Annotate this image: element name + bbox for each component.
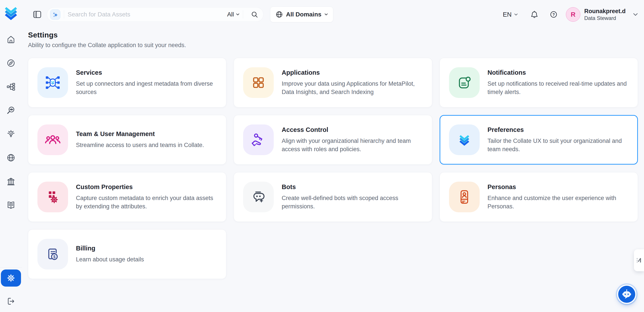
sidebar-divider: [0, 267, 22, 268]
settings-card-applications[interactable]: Applications Improve your data using App…: [234, 58, 432, 107]
top-bar: All All Domains EN: [22, 0, 638, 29]
card-description: Improve your data using Applications for…: [282, 80, 426, 96]
card-description: Streamline access to users and teams in …: [76, 141, 220, 149]
language-label: EN: [503, 11, 512, 18]
chevron-down-icon: [514, 13, 518, 16]
settings-card-notifications[interactable]: Notifications Set up notifications to re…: [440, 58, 638, 107]
all-domains-label: All Domains: [286, 11, 322, 18]
side-peek-partial-icon: [636, 257, 643, 264]
preferences-collate-icon: [456, 132, 472, 148]
panel-toggle-icon[interactable]: [33, 10, 42, 19]
bots-robot-icon: [250, 189, 266, 205]
search-input[interactable]: [68, 11, 227, 18]
services-tile: [38, 67, 68, 98]
page-title: Settings: [28, 31, 638, 39]
card-description: Enhance and customize the user experienc…: [488, 194, 632, 211]
access-tile: [243, 124, 274, 155]
chevron-down-icon: [324, 13, 328, 16]
applications-tile: [243, 67, 274, 98]
card-title: Access Control: [282, 126, 426, 133]
card-title: Personas: [488, 183, 632, 191]
card-title: Team & User Management: [76, 130, 220, 138]
custom-properties-gear-icon: [45, 189, 60, 205]
card-title: Notifications: [488, 69, 632, 76]
settings-card-preferences[interactable]: Preferences Tailor the Collate UX to sui…: [440, 115, 638, 165]
observability-icon[interactable]: [6, 106, 16, 115]
chat-bot-icon: [620, 288, 633, 300]
access-key-hand-icon: [250, 132, 266, 148]
card-description: Capture custom metadata to enrich your d…: [76, 194, 220, 211]
card-title: Applications: [282, 69, 426, 76]
user-info[interactable]: Rounakpreet.d Data Steward: [584, 8, 626, 21]
card-description: Set up notifications to received real-ti…: [488, 80, 632, 96]
page-subtitle: Ability to configure the Collate applica…: [28, 42, 638, 49]
gear-icon: [6, 273, 16, 283]
avatar-initial: R: [571, 11, 576, 18]
glossary-book-icon[interactable]: [6, 200, 16, 210]
all-domains-button[interactable]: All Domains: [270, 7, 333, 22]
insights-bulb-icon[interactable]: [6, 129, 16, 139]
settings-cards-grid: Services Set up connectors and ingest me…: [28, 58, 638, 279]
logout-icon[interactable]: [6, 296, 16, 306]
billing-tile: $: [38, 239, 68, 269]
language-dropdown[interactable]: EN: [503, 11, 518, 18]
main-area: All All Domains EN: [22, 0, 644, 279]
home-icon[interactable]: [6, 35, 16, 44]
services-connectors-icon: [44, 74, 61, 91]
lineage-flow-icon[interactable]: [6, 82, 16, 92]
card-title: Bots: [282, 183, 426, 191]
explore-compass-icon[interactable]: [6, 58, 16, 68]
user-avatar[interactable]: R: [566, 7, 580, 22]
notifications-note-icon: [456, 75, 472, 90]
personas-tile: [449, 182, 480, 212]
chevron-down-icon: [236, 13, 240, 16]
settings-card-team-user-management[interactable]: Team & User Management Streamline access…: [28, 115, 226, 165]
card-title: Services: [76, 69, 220, 76]
search-scope-dropdown[interactable]: All: [227, 11, 240, 18]
side-peek-widget[interactable]: [634, 249, 644, 271]
user-menu-chevron-icon[interactable]: [633, 13, 638, 16]
team-users-icon: [45, 132, 61, 148]
left-sidebar: [0, 0, 22, 312]
collate-logo[interactable]: [2, 4, 20, 22]
svg-text:$: $: [53, 255, 55, 259]
search-scope-label: All: [227, 11, 234, 18]
sidebar-item-settings-active[interactable]: [1, 269, 21, 286]
settings-card-billing[interactable]: $ Billing Learn about usage details: [28, 229, 226, 279]
card-title: Billing: [76, 245, 220, 252]
settings-card-bots[interactable]: Bots Create well-defined bots with scope…: [234, 172, 432, 222]
custom-properties-tile: [38, 182, 68, 212]
bell-icon[interactable]: [530, 10, 539, 19]
preferences-tile: [449, 124, 480, 155]
billing-receipt-icon: $: [45, 246, 60, 262]
help-icon[interactable]: ?: [549, 10, 558, 19]
settings-card-personas[interactable]: Personas Enhance and customize the user …: [440, 172, 638, 222]
govern-bank-icon[interactable]: [6, 177, 16, 186]
svg-text:?: ?: [552, 13, 555, 17]
global-search-bar: All: [47, 7, 264, 22]
user-name: Rounakpreet.d: [584, 8, 626, 15]
personas-card-icon: [456, 189, 472, 205]
sidebar-nav: [6, 35, 16, 210]
bots-tile: [243, 182, 274, 212]
applications-grid-icon: [251, 75, 266, 90]
page-header: Settings Ability to configure the Collat…: [22, 31, 638, 49]
card-description: Set up connectors and ingest metadata fr…: [76, 80, 220, 96]
magnifier-icon[interactable]: [250, 11, 258, 19]
domains-globe-icon[interactable]: [6, 153, 16, 163]
chat-bot-fab[interactable]: [618, 286, 635, 303]
card-title: Preferences: [488, 126, 632, 133]
card-description: Learn about usage details: [76, 255, 220, 264]
card-title: Custom Properties: [76, 183, 220, 191]
ai-sparkle-icon[interactable]: [50, 10, 60, 20]
notifications-tile: [449, 67, 480, 98]
settings-card-services[interactable]: Services Set up connectors and ingest me…: [28, 58, 226, 107]
team-tile: [38, 124, 68, 155]
settings-card-access-control[interactable]: Access Control Align with your organizat…: [234, 115, 432, 165]
card-description: Tailor the Collate UX to suit your organ…: [488, 137, 632, 153]
settings-card-custom-properties[interactable]: Custom Properties Capture custom metadat…: [28, 172, 226, 222]
globe-icon: [276, 11, 283, 18]
card-description: Create well-defined bots with scoped acc…: [282, 194, 426, 211]
card-description: Align with your organizational hierarchy…: [282, 137, 426, 153]
user-role: Data Steward: [584, 15, 626, 21]
